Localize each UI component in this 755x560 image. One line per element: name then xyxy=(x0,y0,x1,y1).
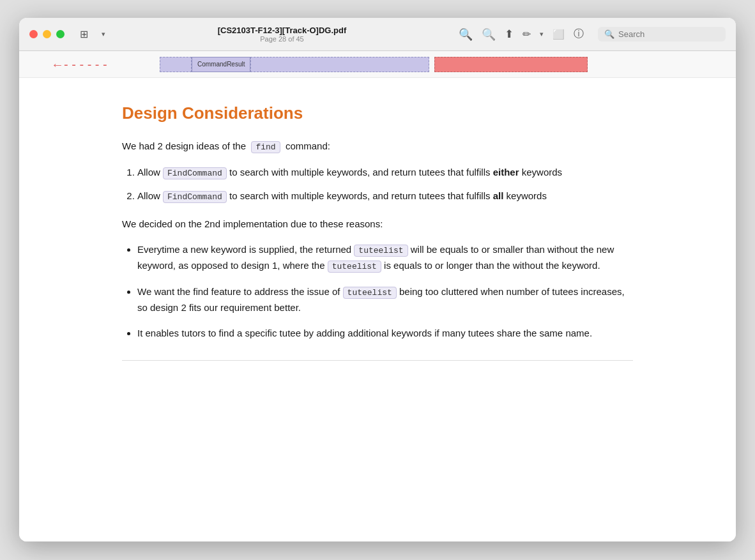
reasons-list: Everytime a new keyword is supplied, the… xyxy=(137,242,633,340)
tuteelist-code-3: tuteelist xyxy=(343,287,397,299)
traffic-lights xyxy=(29,30,65,38)
reason-2: We want the find feature to address the … xyxy=(137,284,633,315)
zoom-out-button[interactable]: 🔍 xyxy=(459,27,473,42)
intro-paragraph: We had 2 design ideas of the find comman… xyxy=(122,139,633,155)
sidebar-dropdown-icon[interactable]: ▾ xyxy=(102,30,105,38)
titlebar: ⊞ ▾ [CS2103T-F12-3][Track-O]DG.pdf Page … xyxy=(19,18,736,51)
search-input[interactable] xyxy=(618,29,719,39)
diagram-box-left xyxy=(160,57,192,72)
toolbar-icons: 🔍 🔍 ⬆ ✏ ▾ ⬜ ⓘ 🔍 xyxy=(459,27,726,42)
intro-text: We had 2 design ideas of the xyxy=(122,140,246,151)
file-subtitle: Page 28 of 45 xyxy=(260,35,304,43)
diagram-box-pink xyxy=(434,57,588,72)
list-item-2: Allow FindCommand to search with multipl… xyxy=(137,188,633,204)
diagram-label-text: CommandResult xyxy=(197,61,245,68)
pdf-viewer-window: ⊞ ▾ [CS2103T-F12-3][Track-O]DG.pdf Page … xyxy=(19,18,736,541)
intro-suffix: command: xyxy=(286,140,330,151)
tuteelist-code-1: tuteelist xyxy=(354,245,408,257)
minimize-button[interactable] xyxy=(43,30,51,38)
reason-1: Everytime a new keyword is supplied, the… xyxy=(137,242,633,274)
all-bold: all xyxy=(493,190,504,201)
sidebar-toggle-area[interactable]: ⊞ ▾ xyxy=(75,27,105,42)
zoom-in-button[interactable]: 🔍 xyxy=(482,27,496,42)
list-item-1: Allow FindCommand to search with multipl… xyxy=(137,165,633,181)
close-button[interactable] xyxy=(29,30,38,38)
pdf-page: Design Considerations We had 2 design id… xyxy=(71,78,684,541)
diagram-box-right xyxy=(250,57,429,72)
window-button[interactable]: ⬜ xyxy=(553,29,565,40)
decision-paragraph: We decided on the 2nd implementation due… xyxy=(122,216,633,232)
page-divider xyxy=(122,360,633,361)
findcommand-code-2: FindCommand xyxy=(163,191,227,203)
tuteelist-code-2: tuteelist xyxy=(328,261,381,273)
diagram-strip: ←- - - - - - CommandResult xyxy=(19,51,736,78)
findcommand-code-1: FindCommand xyxy=(163,167,227,179)
diagram-label: CommandResult xyxy=(192,57,250,72)
annotate-dropdown-icon[interactable]: ▾ xyxy=(540,30,544,38)
titlebar-info: [CS2103T-F12-3][Track-O]DG.pdf Page 28 o… xyxy=(144,26,420,43)
diagram-arrow: ←- - - - - - xyxy=(51,57,107,72)
design-options-list: Allow FindCommand to search with multipl… xyxy=(137,165,633,204)
section-heading: Design Considerations xyxy=(122,103,633,123)
share-button[interactable]: ⬆ xyxy=(505,27,514,41)
file-title: [CS2103T-F12-3][Track-O]DG.pdf xyxy=(218,26,347,35)
annotate-button[interactable]: ✏ xyxy=(522,28,531,40)
intro-code: find xyxy=(251,141,280,153)
maximize-button[interactable] xyxy=(56,30,65,38)
person-button[interactable]: ⓘ xyxy=(574,27,584,41)
sidebar-toggle-button[interactable]: ⊞ xyxy=(75,27,93,42)
sidebar-icon: ⊞ xyxy=(80,28,88,40)
reason-3: It enables tutors to find a specific tut… xyxy=(137,326,633,341)
search-icon: 🔍 xyxy=(604,29,614,39)
content-area[interactable]: ←- - - - - - CommandResult Design Consid… xyxy=(19,51,736,541)
either-bold: either xyxy=(493,167,519,178)
search-bar[interactable]: 🔍 xyxy=(598,27,726,42)
